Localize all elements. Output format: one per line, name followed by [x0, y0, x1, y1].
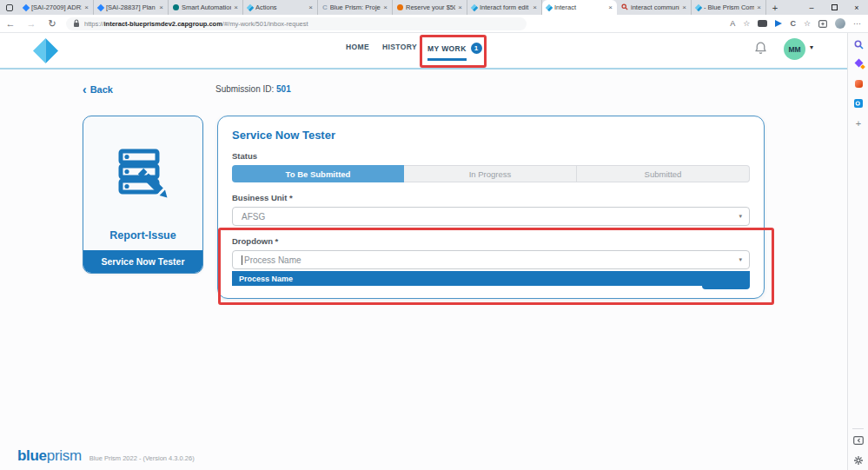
tab-close-icon[interactable]: ×: [682, 3, 686, 11]
business-unit-label: Business Unit *: [232, 193, 750, 202]
status-segmented-control: To Be Submitted In Progress Submitted: [232, 165, 750, 182]
footer-version: Blue Prism 2022 - (Version 4.3.0.26): [89, 454, 195, 462]
browser-tab[interactable]: Actions ×: [243, 0, 318, 15]
chevron-left-icon: ‹: [83, 83, 87, 96]
blueprism-favicon-icon: [546, 3, 553, 10]
minimize-button[interactable]: –: [800, 0, 823, 15]
confluence-favicon-icon: C: [322, 4, 328, 10]
request-card[interactable]: Report-Issue Service Now Tester: [83, 116, 203, 274]
browser-profile-avatar[interactable]: [835, 18, 845, 29]
window-controls: – ×: [800, 0, 868, 15]
browser-tab[interactable]: [SAI-27009] ADR1 ×: [19, 0, 94, 15]
read-aloud-button[interactable]: A: [730, 19, 735, 28]
annotation-box-my-work: [420, 35, 487, 68]
new-tab-button[interactable]: +: [766, 0, 784, 15]
jira-favicon-icon: [97, 3, 104, 10]
jira-favicon-icon: [23, 3, 30, 10]
submission-id: Submission ID: 501: [215, 84, 291, 94]
tab-close-icon[interactable]: ×: [159, 3, 163, 11]
sidebar-divider: [852, 428, 864, 429]
blueprism-logo-icon[interactable]: [31, 37, 60, 68]
tab-title: Smart Automation: [182, 3, 231, 11]
status-segment-in-progress[interactable]: In Progress: [404, 165, 577, 182]
tab-workspaces-button[interactable]: [0, 0, 19, 15]
url-scheme: https://: [84, 20, 104, 28]
tab-title: Blue Prism: Projec: [330, 3, 381, 11]
toolbar-icons: A ☆ C ☆ ···: [730, 16, 868, 31]
browser-tab[interactable]: Smart Automation ×: [169, 0, 243, 15]
tab-close-icon[interactable]: ×: [383, 3, 388, 11]
tab-title: Interact: [554, 3, 606, 11]
grammarly-extension-icon[interactable]: C: [790, 19, 796, 28]
report-issue-icon: [83, 116, 202, 229]
submission-id-label: Submission ID:: [215, 84, 274, 94]
url-path: /#/my-work/501/inbox-request: [222, 20, 308, 28]
user-avatar[interactable]: MM: [784, 38, 805, 60]
tab-close-icon[interactable]: ×: [533, 3, 537, 11]
favorite-star-button[interactable]: ☆: [743, 19, 750, 28]
browser-tab-active[interactable]: Interact ×: [542, 0, 617, 15]
sidebar-add-button[interactable]: +: [848, 119, 868, 128]
tab-close-icon[interactable]: ×: [458, 3, 462, 11]
nav-history[interactable]: HISTORY: [382, 43, 417, 51]
favorites-bar-button[interactable]: ☆: [804, 19, 811, 28]
workspaces-icon: [6, 4, 13, 11]
forward-button[interactable]: →: [21, 18, 42, 29]
tab-title: - Blue Prism Comn: [704, 3, 754, 11]
browser-address-bar: ← → ↻ https://interact-blueprismdev2.cap…: [0, 15, 868, 33]
browser-tab[interactable]: [SAI-28837] Plan I ×: [94, 0, 169, 15]
sidebar-outlook-icon[interactable]: [848, 99, 868, 108]
status-segment-submitted[interactable]: Submitted: [577, 165, 750, 182]
business-unit-value: AFSG: [242, 212, 265, 222]
blueprism-favicon-icon: [695, 3, 702, 10]
sidebar-search-icon[interactable]: [848, 40, 868, 50]
tab-close-icon[interactable]: ×: [308, 3, 313, 11]
tab-close-icon[interactable]: ×: [234, 3, 238, 11]
split-screen-button[interactable]: [758, 20, 767, 27]
url-text: https://interact-blueprismdev2.capgroup.…: [84, 20, 308, 28]
blueprism-favicon-icon: [471, 3, 478, 10]
tab-close-icon[interactable]: ×: [84, 3, 89, 11]
select-caret-icon: ▾: [739, 213, 742, 220]
back-link[interactable]: ‹ Back: [83, 83, 113, 96]
tab-title: Reserve your $500: [406, 3, 455, 11]
browser-tab-strip: [SAI-27009] ADR1 × [SAI-28837] Plan I × …: [0, 0, 868, 15]
sharepoint-favicon-icon: [173, 4, 179, 10]
url-field[interactable]: https://interact-blueprismdev2.capgroup.…: [66, 17, 527, 30]
sidebar-office-icon[interactable]: [848, 80, 868, 88]
sidebar-settings-icon[interactable]: [848, 455, 868, 466]
business-unit-select[interactable]: AFSG ▾: [232, 207, 750, 226]
browser-window: [SAI-27009] ADR1 × [SAI-28837] Plan I × …: [0, 0, 868, 470]
collections-button[interactable]: [818, 16, 827, 31]
browser-tab[interactable]: Reserve your $500 ×: [393, 0, 467, 15]
annotation-box-dropdown: [218, 228, 774, 305]
close-window-button[interactable]: ×: [845, 0, 868, 15]
status-label: Status: [232, 151, 750, 161]
request-card-title: Report-Issue: [83, 229, 202, 242]
footer-logo-blue: blue: [17, 447, 47, 464]
more-options-button[interactable]: ···: [853, 19, 861, 28]
browser-tab[interactable]: C Blue Prism: Projec ×: [318, 0, 393, 15]
nav-home[interactable]: HOME: [346, 43, 369, 51]
browser-tab[interactable]: Interact form edit ×: [467, 0, 542, 15]
back-label: Back: [90, 84, 113, 95]
status-segment-to-be-submitted[interactable]: To Be Submitted: [232, 165, 404, 182]
back-button[interactable]: ←: [0, 18, 21, 29]
form-title: Service Now Tester: [232, 129, 750, 142]
blueprism-extension-icon[interactable]: [775, 20, 782, 27]
lock-icon: [73, 16, 80, 31]
tab-close-icon[interactable]: ×: [757, 3, 761, 11]
app-footer: blueprism Blue Prism 2022 - (Version 4.3…: [17, 447, 195, 465]
footer-logo-prism: prism: [47, 447, 82, 464]
tab-title: interact communit: [631, 3, 679, 11]
restore-button[interactable]: [823, 0, 845, 15]
sidebar-discover-icon[interactable]: [848, 60, 868, 66]
browser-tab[interactable]: interact communit ×: [617, 0, 692, 15]
browser-tab[interactable]: - Blue Prism Comn ×: [692, 0, 766, 15]
refresh-button[interactable]: ↻: [42, 18, 63, 30]
tab-close-icon[interactable]: ×: [608, 3, 613, 11]
user-menu-caret-icon[interactable]: ▾: [810, 43, 813, 51]
sidebar-panel-icon[interactable]: [848, 436, 868, 445]
notification-bell-icon[interactable]: [754, 41, 767, 58]
tab-title: Actions: [255, 3, 306, 11]
